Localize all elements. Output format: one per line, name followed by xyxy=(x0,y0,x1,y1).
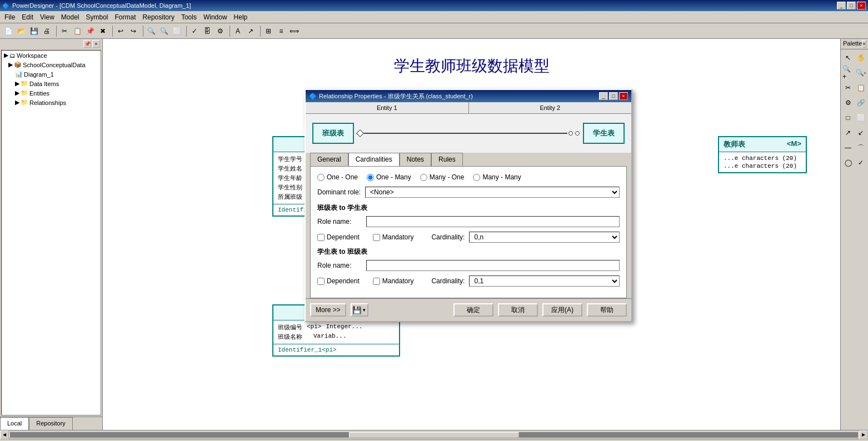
palette-close-button[interactable]: × xyxy=(862,40,866,48)
panel-close-button[interactable]: × xyxy=(92,40,100,48)
palette-oval-icon[interactable]: ◯ xyxy=(842,157,854,169)
radio-input-one-many[interactable] xyxy=(367,174,374,181)
palette-settings-icon[interactable]: ⚙ xyxy=(842,97,854,109)
menu-item-model[interactable]: Model xyxy=(58,12,83,22)
apply-button[interactable]: 应用(A) xyxy=(542,303,582,317)
radio-input-one-one[interactable] xyxy=(317,174,325,181)
tab-general[interactable]: General xyxy=(310,153,348,166)
close-button[interactable]: × xyxy=(857,2,866,9)
fit-icon[interactable]: ⬜ xyxy=(171,25,183,37)
arrow-icon[interactable]: ↗ xyxy=(245,25,257,37)
cardinality-select-2[interactable]: 0,1 1,1 0,n 1,n xyxy=(469,275,620,287)
palette-select-icon[interactable]: ↖ xyxy=(842,52,854,64)
open-icon[interactable]: 📂 xyxy=(15,25,27,37)
palette-line-icon[interactable]: — xyxy=(842,142,854,154)
mandatory-checkbox-1[interactable] xyxy=(373,234,380,241)
radio-input-many-one[interactable] xyxy=(420,174,427,181)
dialog-maximize-button[interactable]: □ xyxy=(609,92,618,100)
db-icon[interactable]: 🗄 xyxy=(201,25,213,37)
dialog-close-button[interactable]: × xyxy=(619,92,628,100)
save-icon[interactable]: 💾 xyxy=(28,25,40,37)
dialog-minimize-button[interactable]: _ xyxy=(599,92,608,100)
maximize-button[interactable]: □ xyxy=(847,2,856,9)
menu-item-file[interactable]: File xyxy=(1,12,18,22)
role-name-input-1[interactable] xyxy=(366,216,620,227)
tree-item-school[interactable]: ▶ 📦 SchoolConceptualData xyxy=(2,60,101,69)
tab-local[interactable]: Local xyxy=(0,417,29,430)
copy-icon[interactable]: 📋 xyxy=(71,25,83,37)
text-icon[interactable]: A xyxy=(232,25,244,37)
panel-pin-button[interactable]: 📌 xyxy=(83,40,91,48)
print-icon[interactable]: 🖨 xyxy=(41,25,53,37)
dependent-checkbox-2[interactable] xyxy=(317,278,325,285)
tree-item-dataitems[interactable]: ▶ 📁 Data Items xyxy=(2,79,101,88)
menu-item-help[interactable]: Help xyxy=(231,12,251,22)
dist-icon[interactable]: ⟺ xyxy=(288,25,300,37)
role-name-input-2[interactable] xyxy=(366,260,620,271)
more-button[interactable]: More >> xyxy=(310,303,346,317)
cut-icon[interactable]: ✂ xyxy=(58,25,71,37)
palette-arrow2-icon[interactable]: ↙ xyxy=(855,127,867,139)
palette-zoom-in-icon[interactable]: 🔍+ xyxy=(842,67,854,79)
tab-notes[interactable]: Notes xyxy=(400,153,431,166)
palette-check2-icon[interactable]: ✓ xyxy=(855,157,867,169)
radio-input-many-many[interactable] xyxy=(473,174,480,181)
check-icon[interactable]: ✓ xyxy=(188,25,201,37)
palette-curve-icon[interactable]: ⌒ xyxy=(855,142,867,154)
radio-one-one[interactable]: One - One xyxy=(317,173,358,181)
menu-item-window[interactable]: Window xyxy=(200,12,231,22)
menu-item-edit[interactable]: Edit xyxy=(18,12,37,22)
dependent-check-1[interactable]: Dependent xyxy=(317,233,360,241)
mandatory-check-2[interactable]: Mandatory xyxy=(373,277,414,285)
cardinality-select-1[interactable]: 0,n 1,n 0,1 1,1 xyxy=(469,232,620,243)
radio-one-many[interactable]: One - Many xyxy=(367,173,411,181)
zoom-in-icon[interactable]: 🔍 xyxy=(145,25,157,37)
mandatory-checkbox-2[interactable] xyxy=(373,278,380,285)
menu-item-symbol[interactable]: Symbol xyxy=(83,12,112,22)
tree-item-entities[interactable]: ▶ 📁 Entities xyxy=(2,88,101,98)
tree-item-relationships[interactable]: ▶ 📁 Relationships xyxy=(2,98,101,107)
mandatory-check-1[interactable]: Mandatory xyxy=(373,233,414,241)
cancel-button[interactable]: 取消 xyxy=(498,303,538,317)
palette-link-icon[interactable]: 🔗 xyxy=(855,97,867,109)
scroll-left-button[interactable]: ◀ xyxy=(0,430,9,439)
zoom-out-icon[interactable]: 🔍 xyxy=(158,25,170,37)
redo-icon[interactable]: ↪ xyxy=(127,25,139,37)
radio-many-one[interactable]: Many - One xyxy=(420,173,465,181)
tab-repository[interactable]: Repository xyxy=(29,417,73,430)
palette-entity2-icon[interactable]: ⬜ xyxy=(855,112,867,124)
tree-item-diagram[interactable]: 📊 Diagram_1 xyxy=(2,69,101,79)
minimize-button[interactable]: _ xyxy=(837,2,846,9)
menu-item-tools[interactable]: Tools xyxy=(178,12,200,22)
teacher-entity[interactable]: 教师表 <M> ...e characters (20) ...e charac… xyxy=(718,136,807,173)
radio-many-many[interactable]: Many - Many xyxy=(473,173,521,181)
palette-hand-icon[interactable]: ✋ xyxy=(855,52,867,64)
new-icon[interactable]: 📄 xyxy=(2,25,14,37)
help-button[interactable]: 帮助 xyxy=(587,303,627,317)
confirm-button[interactable]: 确定 xyxy=(453,303,493,317)
menu-item-view[interactable]: View xyxy=(37,12,58,22)
palette-cut2-icon[interactable]: ✂ xyxy=(842,82,854,94)
palette-arrow-icon[interactable]: ↗ xyxy=(842,127,854,139)
tab-rules[interactable]: Rules xyxy=(431,153,463,166)
dominant-role-select[interactable]: <None> xyxy=(365,187,620,198)
scroll-thumb[interactable] xyxy=(349,432,518,438)
scroll-right-button[interactable]: ▶ xyxy=(859,430,868,439)
undo-icon[interactable]: ↩ xyxy=(114,25,127,37)
dependent-check-2[interactable]: Dependent xyxy=(317,277,360,285)
palette-entity-icon[interactable]: □ xyxy=(842,112,854,124)
dependent-checkbox-1[interactable] xyxy=(317,234,325,241)
align-icon[interactable]: ≡ xyxy=(275,25,287,37)
save-dropdown-button[interactable]: 💾 ▼ xyxy=(351,303,368,317)
menu-item-repository[interactable]: Repository xyxy=(139,12,178,22)
delete-icon[interactable]: ✖ xyxy=(97,25,109,37)
grid-icon[interactable]: ⊞ xyxy=(262,25,275,37)
menu-item-format[interactable]: Format xyxy=(112,12,139,22)
palette-zoom-out-icon[interactable]: 🔍- xyxy=(855,67,867,79)
tab-cardinalities[interactable]: Cardinalities xyxy=(348,153,400,166)
tree-item-workspace[interactable]: ▶ 🗂 Workspace xyxy=(2,51,101,60)
paste-icon[interactable]: 📌 xyxy=(84,25,96,37)
scroll-track[interactable] xyxy=(10,432,858,438)
palette-copy2-icon[interactable]: 📋 xyxy=(855,82,867,94)
horizontal-scrollbar[interactable]: ◀ ▶ xyxy=(0,430,868,439)
